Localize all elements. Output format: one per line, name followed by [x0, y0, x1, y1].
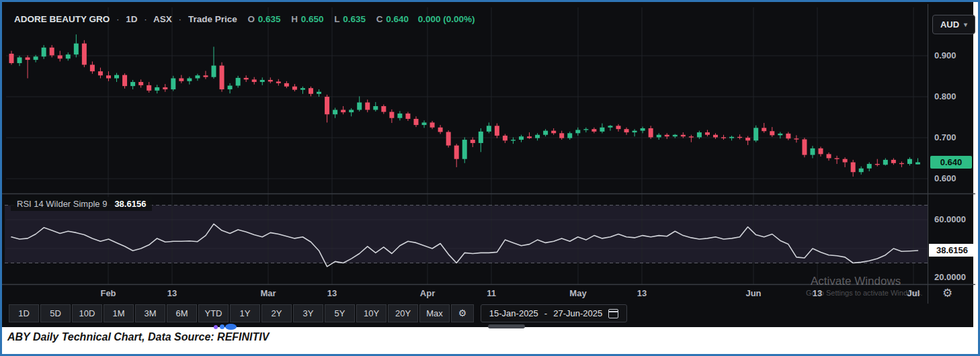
period-button-max[interactable]: Max: [419, 304, 450, 322]
period-button-10y[interactable]: 10Y: [356, 304, 386, 322]
price-axis-tick: 0.800: [934, 91, 973, 102]
chart-settings-button[interactable]: ⚙: [451, 304, 474, 322]
period-button-1y[interactable]: 1Y: [230, 304, 260, 322]
price-axis-tick: 0.600: [934, 173, 973, 184]
screenshot-frame: ADORE BEAUTY GRO · 1D · ASX · Trade Pric…: [0, 0, 980, 356]
cutoff-icon-fragment: [214, 325, 218, 329]
interval-label[interactable]: 1D: [126, 14, 137, 24]
time-axis-label: May: [563, 287, 593, 299]
horizontal-scrollbar-thumb[interactable]: [488, 324, 525, 328]
rsi-value: 38.6156: [114, 197, 146, 211]
instrument-name: ADORE BEAUTY GRO: [14, 14, 110, 24]
date-separator: -: [544, 308, 547, 318]
axis-settings-icon[interactable]: ⚙: [942, 286, 952, 300]
exchange-label: ASX: [153, 14, 172, 24]
period-button-6m[interactable]: 6M: [167, 304, 197, 322]
open-value: 0.635: [258, 14, 281, 24]
last-price-badge: 0.640: [930, 156, 972, 169]
cutoff-icon-fragment: [225, 324, 237, 330]
rsi-label: RSI 14 Wilder Simple 9: [17, 197, 107, 211]
time-axis-label: Mar: [253, 287, 283, 299]
time-axis-label: 13: [627, 287, 657, 299]
period-button-3y[interactable]: 3Y: [293, 304, 323, 322]
time-axis-label: 13: [317, 287, 347, 299]
date-to: 27-Jun-2025: [553, 308, 602, 318]
period-button-10d[interactable]: 10D: [72, 304, 102, 322]
price-axis-tick: 0.900: [934, 50, 973, 61]
price-field-label: Trade Price: [188, 14, 237, 24]
change-value: 0.000 (0.00%): [418, 14, 475, 24]
period-button-1d[interactable]: 1D: [9, 304, 39, 322]
time-axis-label: 13: [803, 287, 832, 299]
low-label: L: [334, 14, 339, 24]
period-button-ytd[interactable]: YTD: [198, 304, 229, 322]
open-label: O: [247, 14, 255, 24]
currency-label: AUD: [940, 19, 959, 30]
header-separator: ·: [116, 14, 120, 24]
period-button-1m[interactable]: 1M: [104, 304, 134, 322]
gear-icon: ⚙: [458, 308, 467, 318]
time-axis-label: 13: [157, 287, 187, 299]
date-range-picker[interactable]: 15-Jan-2025 - 27-Jun-2025: [481, 304, 627, 322]
period-button-20y[interactable]: 20Y: [388, 304, 418, 322]
chevron-down-icon: ▾: [964, 21, 967, 28]
chart-header: ADORE BEAUTY GRO · 1D · ASX · Trade Pric…: [14, 13, 475, 26]
time-axis-label: Jul: [899, 287, 928, 299]
close-value: 0.640: [386, 14, 409, 24]
currency-dropdown[interactable]: AUD ▾: [932, 15, 975, 34]
chart-caption: ABY Daily Technical Chart, Data Source: …: [7, 331, 269, 343]
header-separator: ·: [179, 14, 182, 24]
high-value: 0.650: [301, 14, 324, 24]
rsi-axis-tick: 60.0000: [934, 214, 973, 225]
cutoff-icon-fragment: [220, 324, 224, 329]
high-label: H: [291, 14, 298, 24]
period-button-5d[interactable]: 5D: [40, 304, 71, 322]
period-button-3m[interactable]: 3M: [135, 304, 165, 322]
activate-windows-watermark: Activate Windows: [811, 275, 901, 288]
time-axis-label: Jun: [739, 287, 768, 299]
low-value: 0.635: [343, 14, 366, 24]
date-from: 15-Jan-2025: [489, 308, 538, 318]
time-axis-label: 11: [477, 287, 506, 299]
close-label: C: [376, 14, 383, 24]
rsi-indicator-chip[interactable]: RSI 14 Wilder Simple 9 38.6156: [11, 197, 152, 211]
calendar-icon: [608, 309, 618, 318]
period-button-2y[interactable]: 2Y: [261, 304, 292, 322]
time-axis-label: Feb: [93, 287, 123, 299]
period-button-5y[interactable]: 5Y: [325, 304, 355, 322]
header-separator: ·: [144, 14, 147, 24]
rsi-value-badge: 38.6156: [929, 244, 975, 257]
rsi-axis-tick: 20.0000: [934, 272, 973, 283]
price-axis-tick: 0.700: [934, 132, 973, 143]
time-axis-label: Apr: [413, 287, 442, 299]
